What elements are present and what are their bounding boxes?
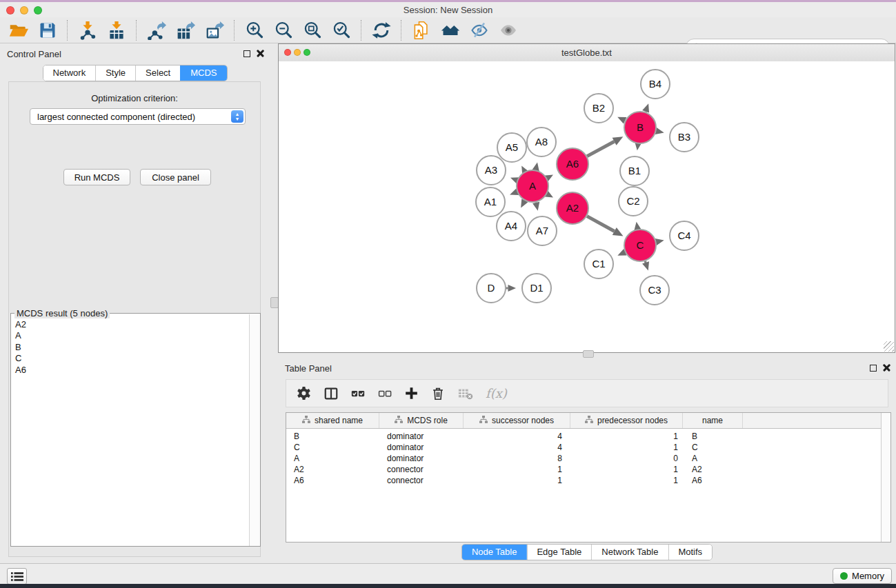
table-tab-network-table[interactable]: Network Table	[591, 545, 668, 560]
table-cell[interactable]: B	[286, 432, 379, 441]
node-B1[interactable]: B1	[620, 156, 649, 185]
zoom-window-button[interactable]	[34, 6, 42, 14]
node-A2[interactable]: A2	[557, 192, 588, 224]
table-cell[interactable]: 1	[464, 476, 570, 485]
zoom-selected-button[interactable]	[331, 20, 352, 41]
table-cell[interactable]: C	[286, 443, 379, 452]
table-row[interactable]: A2connector11A2	[286, 464, 890, 475]
tab-mcds[interactable]: MCDS	[180, 65, 226, 81]
import-table-button[interactable]	[106, 20, 127, 41]
column-header-predecessor-nodes[interactable]: predecessor nodes	[570, 413, 683, 428]
export-table-button[interactable]	[175, 20, 196, 41]
column-header-MCDS-role[interactable]: MCDS role	[379, 413, 464, 428]
node-A6[interactable]: A6	[557, 148, 588, 180]
zoom-in-button[interactable]	[244, 20, 265, 41]
memory-button[interactable]: Memory	[833, 568, 892, 584]
table-cell[interactable]: 4	[464, 432, 570, 441]
table-cell[interactable]: 1	[570, 443, 683, 452]
unselect-all-columns-button[interactable]	[377, 386, 392, 401]
table-cell[interactable]: 8	[464, 454, 570, 463]
zoom-out-button[interactable]	[273, 20, 294, 41]
table-cell[interactable]: A6	[683, 476, 743, 485]
mcds-result-list[interactable]: A2ABCA6	[11, 318, 250, 546]
show-graphics-details-button[interactable]	[498, 20, 519, 41]
horizontal-split-grip[interactable]	[583, 350, 594, 358]
table-cell[interactable]: dominator	[379, 443, 464, 452]
table-cell[interactable]: A6	[286, 476, 379, 485]
node-C1[interactable]: C1	[584, 250, 613, 278]
node-A4[interactable]: A4	[497, 212, 526, 241]
node-A8[interactable]: A8	[527, 128, 556, 156]
tab-network[interactable]: Network	[43, 65, 95, 81]
select-all-columns-button[interactable]	[350, 386, 366, 401]
network-close-button[interactable]	[284, 49, 291, 56]
mcds-result-item[interactable]: C	[15, 353, 250, 364]
edge-A2-C[interactable]	[587, 216, 623, 236]
column-header-shared-name[interactable]: shared name	[286, 413, 379, 428]
table-cell[interactable]: dominator	[379, 432, 464, 441]
new-network-from-file-button[interactable]	[411, 20, 432, 41]
table-settings-button[interactable]	[296, 385, 312, 401]
table-cell[interactable]: 1	[570, 476, 683, 485]
browse-columns-button[interactable]	[323, 386, 339, 401]
node-C2[interactable]: C2	[619, 187, 648, 216]
node-A1[interactable]: A1	[476, 187, 505, 216]
table-tab-node-table[interactable]: Node Table	[462, 545, 527, 560]
node-D[interactable]: D	[477, 274, 506, 303]
table-row[interactable]: Bdominator41B	[286, 431, 890, 442]
table-row[interactable]: Adominator80A	[286, 453, 890, 464]
add-column-button[interactable]	[404, 386, 419, 401]
table-cell[interactable]: C	[683, 443, 743, 452]
node-A5[interactable]: A5	[497, 133, 526, 162]
edge-A-A7[interactable]	[532, 202, 539, 211]
table-cell[interactable]: 4	[464, 443, 570, 452]
export-network-button[interactable]	[146, 20, 167, 41]
mcds-result-item[interactable]: A6	[15, 365, 250, 376]
column-header-name[interactable]: name	[683, 413, 743, 428]
float-panel-icon[interactable]	[243, 50, 250, 57]
node-A7[interactable]: A7	[528, 216, 557, 245]
column-header-successor-nodes[interactable]: successor nodes	[464, 413, 570, 428]
save-session-button[interactable]	[37, 20, 58, 41]
optimization-criterion-select[interactable]: largest connected component (directed) ▲…	[30, 108, 246, 125]
hide-graphics-details-button[interactable]	[469, 20, 490, 41]
table-cell[interactable]: 1	[464, 465, 570, 474]
status-menu-button[interactable]	[7, 568, 27, 585]
edge-A6-B[interactable]	[587, 136, 623, 156]
node-C[interactable]: C	[624, 230, 656, 261]
table-cell[interactable]: 1	[570, 465, 683, 474]
node-A3[interactable]: A3	[477, 156, 506, 185]
node-B2[interactable]: B2	[584, 94, 613, 123]
node-B3[interactable]: B3	[670, 123, 699, 152]
node-A[interactable]: A	[517, 170, 548, 202]
network-zoom-button[interactable]	[303, 49, 310, 56]
minimize-window-button[interactable]	[20, 6, 28, 14]
close-window-button[interactable]	[6, 6, 14, 14]
import-network-button[interactable]	[77, 20, 98, 41]
table-row[interactable]: Cdominator41C	[286, 442, 890, 453]
float-table-panel-icon[interactable]	[870, 365, 877, 372]
mcds-result-scrollbar[interactable]	[249, 314, 260, 546]
table-scrollbar[interactable]	[881, 413, 890, 542]
export-image-button[interactable]	[204, 20, 225, 41]
network-minimize-button[interactable]	[294, 49, 301, 56]
tab-style[interactable]: Style	[95, 65, 135, 81]
node-C3[interactable]: C3	[640, 276, 669, 305]
open-session-button[interactable]	[8, 20, 29, 41]
close-panel-button[interactable]: Close panel	[140, 169, 211, 185]
edge-C-C3[interactable]	[642, 261, 649, 271]
node-D1[interactable]: D1	[522, 274, 551, 303]
table-cell[interactable]: A2	[683, 465, 743, 474]
table-cell[interactable]: A	[683, 454, 743, 463]
table-cell[interactable]: dominator	[379, 454, 464, 463]
node-C4[interactable]: C4	[670, 221, 699, 250]
tab-select[interactable]: Select	[135, 65, 180, 81]
mcds-result-item[interactable]: A	[15, 330, 250, 341]
table-tab-edge-table[interactable]: Edge Table	[526, 545, 591, 560]
close-table-panel-icon[interactable]	[883, 364, 890, 372]
run-mcds-button[interactable]: Run MCDS	[63, 169, 130, 185]
close-panel-icon[interactable]	[257, 50, 264, 57]
table-cell[interactable]: A2	[286, 465, 379, 474]
zoom-fit-button[interactable]	[302, 20, 323, 41]
table-cell[interactable]: connector	[379, 465, 464, 474]
